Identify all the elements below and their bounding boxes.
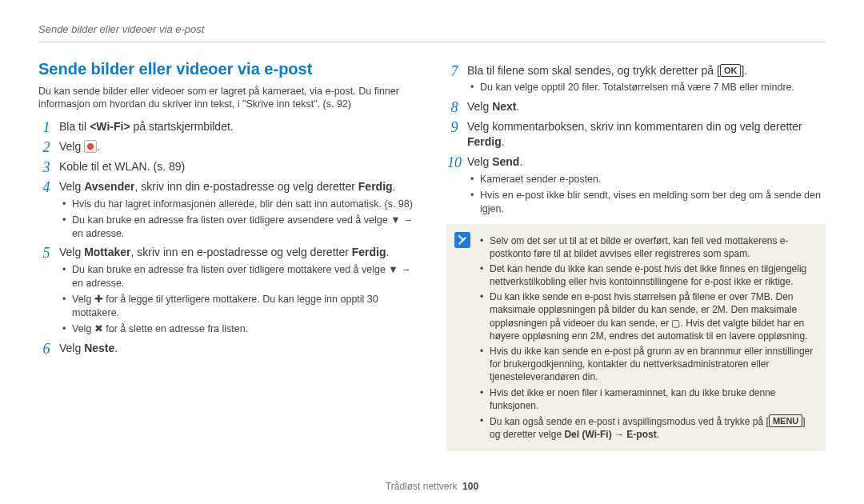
note-box: Selv om det ser ut til at et bilde er ov… (446, 224, 826, 452)
sub-list: Du kan velge opptil 20 filer. Totalstørr… (467, 81, 826, 94)
note-item: Du kan også sende en e-post i avspilling… (480, 414, 816, 441)
step-number: 2 (38, 138, 54, 157)
sub-item: Velg ✚ for å legge til ytterligere motta… (62, 293, 418, 320)
note-item: Hvis det ikke er noen filer i kameraminn… (480, 386, 816, 412)
note-item: Hvis du ikke kan sende en e-post på grun… (480, 345, 816, 384)
sub-item: Du kan velge opptil 20 filer. Totalstørr… (470, 81, 826, 94)
bold-term: Neste (84, 342, 114, 354)
bold-term: Ferdig (358, 180, 393, 193)
step-number: 9 (446, 118, 462, 137)
step-text: Bla til filene som skal sendes, og trykk… (467, 64, 720, 77)
manual-page: Sende bilder eller videoer via e-post Se… (0, 0, 864, 504)
step-number: 6 (38, 339, 54, 358)
bold-term: Mottaker (84, 246, 130, 258)
steps-list-left: 1 Bla til <Wi-Fi> på startskjermbildet. … (38, 119, 418, 355)
bold-term: Send (492, 155, 519, 168)
step-3: 3 Koble til et WLAN. (s. 89) (38, 159, 418, 174)
section-title: Sende bilder eller videoer via e-post (38, 58, 418, 80)
step-10: 10 Velg Send. Kameraet sender e-posten. … (446, 154, 826, 216)
step-number: 8 (446, 98, 462, 117)
step-text: , skriv inn en e-postadresse og velg der… (131, 246, 352, 258)
bold-term: Avsender (84, 180, 134, 193)
sub-list: Kameraet sender e-posten. Hvis en e-post… (467, 173, 826, 216)
sub-item: Kameraet sender e-posten. (470, 173, 826, 186)
steps-list-right: 7 Bla til filene som skal sendes, og try… (446, 63, 826, 216)
step-text: . (502, 135, 505, 148)
running-head: Sende bilder eller videoer via e-post (38, 22, 826, 37)
sub-item: Hvis en e-post ikke blir sendt, vises en… (470, 189, 826, 216)
column-left: Sende bilder eller videoer via e-post Du… (38, 58, 418, 452)
email-mode-icon (84, 140, 97, 153)
sub-item: Du kan bruke en adresse fra listen over … (62, 214, 418, 241)
step-text: Bla til (59, 120, 90, 133)
sub-list: Du kan bruke en adresse fra listen over … (59, 263, 418, 335)
bold-term: E-post (626, 429, 656, 440)
note-item: Det kan hende du ikke kan sende e-post h… (480, 262, 816, 288)
step-text: Velg (467, 100, 492, 113)
step-text: . (393, 180, 396, 193)
step-8: 8 Velg Next. (446, 99, 826, 114)
note-text: Du kan også sende en e-post i avspilling… (490, 416, 769, 427)
step-6: 6 Velg Neste. (38, 341, 418, 356)
step-text: på startskjermbildet. (130, 120, 234, 133)
step-text: ]. (741, 64, 747, 77)
step-number: 10 (446, 153, 462, 172)
note-text: → (612, 429, 627, 440)
header-rule (38, 42, 826, 42)
step-5: 5 Velg Mottaker, skriv inn en e-postadre… (38, 245, 418, 335)
step-number: 5 (38, 243, 54, 262)
sub-item: Du kan bruke en adresse fra listen over … (62, 263, 418, 290)
bold-term: Ferdig (352, 246, 386, 258)
step-number: 3 (38, 158, 54, 177)
column-right: 7 Bla til filene som skal sendes, og try… (446, 58, 826, 452)
step-number: 1 (38, 118, 54, 137)
step-text: Velg (467, 155, 492, 168)
step-number: 4 (38, 178, 54, 197)
wifi-key: <Wi-Fi> (90, 120, 130, 133)
page-number: 100 (462, 481, 478, 492)
step-text: . (97, 140, 100, 153)
step-4: 4 Velg Avsender, skriv inn din e-postadr… (38, 179, 418, 241)
step-number: 7 (446, 62, 462, 81)
note-item: Selv om det ser ut til at et bilde er ov… (480, 234, 816, 260)
step-text: . (114, 342, 118, 354)
step-text: Velg (59, 180, 84, 193)
page-footer: Trådløst nettverk 100 (0, 480, 864, 493)
step-text: Velg kommentarboksen, skriv inn kommenta… (467, 120, 802, 133)
step-text: . (517, 100, 520, 113)
step-text: . (386, 246, 390, 258)
sub-list: Hvis du har lagret informasjonen allered… (59, 198, 418, 241)
step-text: Koble til et WLAN. (s. 89) (59, 160, 185, 173)
sub-item: Hvis du har lagret informasjonen allered… (62, 198, 418, 211)
ok-key-icon: OK (720, 64, 742, 77)
bold-term: Ferdig (467, 135, 502, 148)
step-2: 2 Velg . (38, 139, 418, 154)
bold-term: Next (492, 100, 516, 113)
bold-term: Del (Wi-Fi) (564, 429, 611, 440)
menu-key-icon: MENU (769, 414, 802, 427)
note-text: . (657, 429, 659, 440)
note-icon (454, 232, 470, 248)
step-9: 9 Velg kommentarboksen, skriv inn kommen… (446, 119, 826, 150)
intro-paragraph: Du kan sende bilder eller videoer som er… (38, 85, 418, 112)
two-column-layout: Sende bilder eller videoer via e-post Du… (38, 58, 826, 452)
step-1: 1 Bla til <Wi-Fi> på startskjermbildet. (38, 119, 418, 134)
step-text: Velg (59, 140, 84, 153)
note-item: Du kan ikke sende en e-post hvis størrel… (480, 290, 816, 342)
step-text: , skriv inn din e-postadresse og velg de… (134, 180, 358, 193)
step-text: Velg (59, 246, 84, 258)
footer-section: Trådløst nettverk (386, 481, 458, 492)
step-text: Velg (59, 342, 84, 354)
note-list: Selv om det ser ut til at et bilde er ov… (480, 234, 816, 442)
step-text: . (519, 155, 522, 168)
sub-item: Velg ✖ for å slette en adresse fra liste… (62, 322, 418, 336)
step-7: 7 Bla til filene som skal sendes, og try… (446, 63, 826, 95)
